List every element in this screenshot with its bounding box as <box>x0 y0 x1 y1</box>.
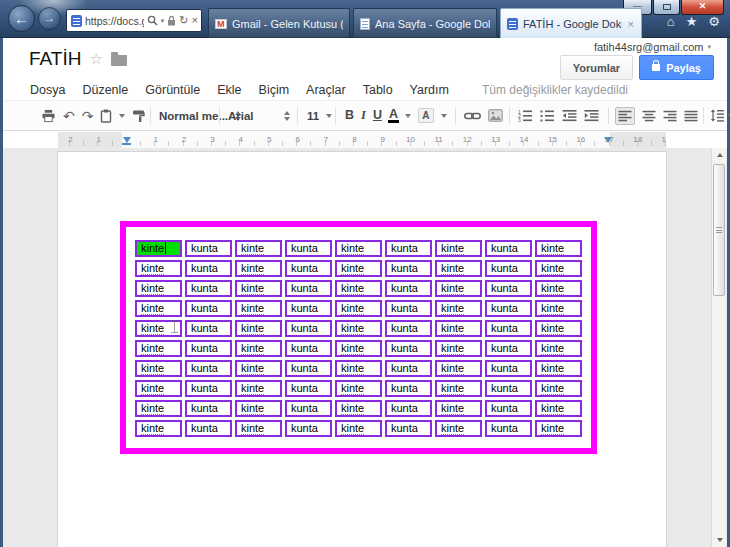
table-cell[interactable]: kinte <box>535 380 582 397</box>
maximize-button[interactable] <box>653 0 680 15</box>
table-cell[interactable]: kunta <box>185 260 232 277</box>
table-cell[interactable]: kinte <box>235 420 282 437</box>
table-cell[interactable]: kunta <box>385 280 432 297</box>
print-icon[interactable] <box>41 109 56 123</box>
table-cell[interactable]: kunta <box>285 380 332 397</box>
table-cell[interactable]: kunta <box>485 420 532 437</box>
table-cell[interactable]: kunta <box>285 360 332 377</box>
table-cell[interactable]: kinte <box>335 280 382 297</box>
table-cell[interactable]: kinte <box>335 380 382 397</box>
clipboard-dropdown-icon[interactable] <box>119 114 125 118</box>
tab-close-icon[interactable]: × <box>627 18 635 30</box>
table-cell[interactable]: kunta <box>185 420 232 437</box>
table-cell[interactable]: kunta <box>285 400 332 417</box>
table-cell[interactable]: kunta <box>385 260 432 277</box>
vertical-scrollbar[interactable] <box>711 148 726 547</box>
menu-item-ekle[interactable]: Ekle <box>217 83 241 97</box>
table-cell[interactable]: kunta <box>385 320 432 337</box>
table-cell[interactable]: kunta <box>285 420 332 437</box>
align-center-icon[interactable] <box>642 110 656 122</box>
favorites-star-icon[interactable]: ★ <box>686 15 698 28</box>
table-cell[interactable]: kinte <box>335 260 382 277</box>
table-cell[interactable]: kunta <box>385 340 432 357</box>
text-color-caret-icon[interactable] <box>405 114 411 118</box>
table-cell[interactable]: kinte <box>135 280 182 297</box>
table-cell[interactable]: kunta <box>485 320 532 337</box>
table-cell[interactable]: kinte <box>135 400 182 417</box>
menu-item-bicim[interactable]: Biçim <box>259 83 290 97</box>
insert-image-icon[interactable] <box>488 109 503 122</box>
star-document-icon[interactable]: ☆ <box>89 50 102 68</box>
insert-link-icon[interactable] <box>464 111 481 121</box>
table-cell[interactable]: kunta <box>485 360 532 377</box>
table-cell[interactable]: kinte <box>435 240 482 257</box>
align-right-icon[interactable] <box>663 110 677 122</box>
table-cell[interactable]: kinte <box>135 240 182 257</box>
table-cell[interactable]: kunta <box>285 300 332 317</box>
scroll-down-button[interactable] <box>712 533 727 547</box>
table-cell[interactable]: kunta <box>485 300 532 317</box>
table-cell[interactable]: kinte <box>535 280 582 297</box>
menu-item-goruntule[interactable]: Görüntüle <box>145 83 200 97</box>
account-menu[interactable]: fatih44srg@gmail.com ▾ <box>594 41 711 53</box>
table-cell[interactable]: kinte <box>335 340 382 357</box>
table-cell[interactable]: kinte <box>335 240 382 257</box>
table-cell[interactable]: kunta <box>185 380 232 397</box>
table-cell[interactable]: kunta <box>285 240 332 257</box>
table-cell[interactable]: kinte <box>135 420 182 437</box>
table-cell[interactable]: kunta <box>485 280 532 297</box>
table-cell[interactable]: kinte <box>535 320 582 337</box>
table-cell[interactable]: kinte <box>435 400 482 417</box>
table-cell[interactable]: kinte <box>335 360 382 377</box>
table-cell[interactable]: kinte <box>235 260 282 277</box>
left-indent-bar[interactable] <box>122 143 131 145</box>
highlight-color-button[interactable]: A <box>418 108 434 123</box>
undo-icon[interactable]: ↶ <box>63 109 75 123</box>
share-button[interactable]: Paylaş <box>639 55 714 80</box>
highlight-caret-icon[interactable] <box>441 114 447 118</box>
menu-item-duzenle[interactable]: Düzenle <box>82 83 128 97</box>
table-cell[interactable]: kinte <box>435 300 482 317</box>
ruler[interactable]: 2112345678910111213141516171819 <box>58 132 666 148</box>
table-cell[interactable]: kinte <box>235 240 282 257</box>
table-cell[interactable]: kinte <box>435 260 482 277</box>
forward-button[interactable]: → <box>38 7 61 30</box>
back-button[interactable]: ← <box>8 5 35 32</box>
table-cell[interactable]: kinte <box>135 360 182 377</box>
line-spacing-dropdown[interactable] <box>710 101 730 130</box>
table-cell[interactable]: kunta <box>485 340 532 357</box>
search-dropdown-icon[interactable]: ▾ <box>161 17 165 25</box>
align-left-button[interactable] <box>615 107 635 125</box>
close-window-button[interactable]: ✕ <box>681 0 724 15</box>
table-cell[interactable]: kinte <box>135 300 182 317</box>
web-clipboard-icon[interactable] <box>100 109 112 123</box>
table-cell[interactable]: kunta <box>185 240 232 257</box>
decrease-indent-icon[interactable] <box>562 109 577 122</box>
redo-icon[interactable]: ↷ <box>82 109 94 123</box>
table-cell[interactable]: kinte <box>135 340 182 357</box>
table-cell[interactable]: kinte <box>335 400 382 417</box>
table-cell[interactable]: kinte <box>535 300 582 317</box>
table-cell[interactable]: kunta <box>385 360 432 377</box>
underline-button[interactable]: U <box>373 109 382 122</box>
document-page[interactable]: kintekuntakintekuntakintekuntakintekunta… <box>58 152 666 547</box>
table-cell[interactable]: kinte <box>135 380 182 397</box>
table-cell[interactable]: kinte <box>535 420 582 437</box>
table-cell[interactable]: kunta <box>485 260 532 277</box>
paint-format-icon[interactable] <box>132 109 146 123</box>
tab-docs-home[interactable]: Ana Sayfa - Google Doküm... <box>353 8 497 38</box>
table-cell[interactable]: kinte <box>235 400 282 417</box>
comments-button[interactable]: Yorumlar <box>560 55 633 80</box>
document-title[interactable]: FATİH <box>29 48 81 70</box>
align-justify-icon[interactable] <box>684 110 698 122</box>
table-cell[interactable]: kinte <box>435 340 482 357</box>
table-cell[interactable]: kunta <box>385 400 432 417</box>
table-cell[interactable]: kinte <box>335 320 382 337</box>
bulleted-list-icon[interactable] <box>540 109 555 122</box>
table-cell[interactable]: kinte <box>535 240 582 257</box>
menu-item-dosya[interactable]: Dosya <box>30 83 65 97</box>
table-cell[interactable]: kinte <box>135 260 182 277</box>
table-cell[interactable]: kinte <box>335 300 382 317</box>
numbered-list-icon[interactable]: 123 <box>518 109 533 122</box>
table-cell[interactable]: kinte <box>235 320 282 337</box>
